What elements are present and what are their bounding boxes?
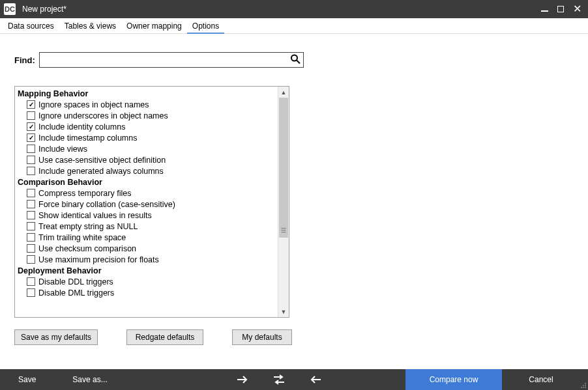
save-button[interactable]: Save — [0, 369, 54, 390]
svg-point-8 — [585, 385, 586, 386]
svg-point-7 — [583, 385, 584, 386]
checkbox[interactable] — [27, 100, 35, 109]
checkbox[interactable] — [27, 255, 35, 264]
options-panel: Mapping BehaviorIgnore spaces in object … — [14, 86, 289, 318]
search-icon[interactable] — [290, 54, 301, 66]
footer-direction-controls — [224, 374, 405, 385]
option-row[interactable]: Ignore spaces in object names — [18, 99, 278, 110]
scroll-up-icon[interactable]: ▲ — [278, 87, 289, 98]
scrollbar[interactable]: ▲ ▼ — [278, 87, 289, 317]
option-label: Include timestamp columns — [38, 133, 137, 143]
option-label: Ignore spaces in object names — [38, 100, 149, 109]
defaults-row: Save as my defaults Redgate defaults My … — [14, 329, 574, 345]
option-label: Disable DDL triggers — [38, 277, 113, 286]
scrollbar-thumb[interactable] — [279, 98, 288, 238]
checkbox[interactable] — [27, 111, 35, 120]
option-label: Force binary collation (case-sensitive) — [38, 200, 175, 209]
resize-grip-icon[interactable] — [580, 369, 588, 390]
checkbox[interactable] — [27, 288, 35, 297]
checkbox[interactable] — [27, 233, 35, 242]
option-row[interactable]: Use checksum comparison — [18, 243, 278, 254]
option-row[interactable]: Include views — [18, 143, 278, 154]
minimize-button[interactable] — [541, 10, 548, 12]
checkbox[interactable] — [27, 244, 35, 253]
option-label: Trim trailing white space — [38, 233, 126, 242]
option-row[interactable]: Include generated always columns — [18, 165, 278, 176]
option-label: Show identical values in results — [38, 211, 152, 220]
option-row[interactable]: Show identical values in results — [18, 210, 278, 221]
svg-line-1 — [297, 61, 300, 64]
direction-left-button[interactable] — [297, 376, 334, 383]
swap-direction-button[interactable] — [261, 374, 297, 385]
window-title: New project* — [22, 5, 541, 14]
svg-point-11 — [585, 387, 586, 388]
svg-point-9 — [581, 387, 582, 388]
app-icon: DC — [4, 3, 16, 15]
option-label: Disable DML triggers — [38, 288, 114, 298]
direction-right-button[interactable] — [224, 376, 261, 383]
checkbox[interactable] — [27, 277, 35, 286]
scroll-down-icon[interactable]: ▼ — [278, 306, 289, 317]
svg-point-10 — [583, 387, 584, 388]
option-row[interactable]: Force binary collation (case-sensitive) — [18, 199, 278, 210]
close-button[interactable]: ✕ — [573, 4, 581, 14]
option-row[interactable]: Use case-sensitive object definition — [18, 154, 278, 165]
tab-bar: Data sources Tables & views Owner mappin… — [0, 18, 588, 34]
option-label: Use case-sensitive object definition — [38, 156, 166, 165]
svg-point-0 — [291, 55, 297, 61]
tab-options[interactable]: Options — [187, 19, 224, 34]
tab-tables-views[interactable]: Tables & views — [59, 19, 121, 34]
cancel-button[interactable]: Cancel — [502, 369, 580, 390]
checkbox[interactable] — [27, 167, 35, 175]
option-label: Include generated always columns — [38, 167, 164, 176]
checkbox[interactable] — [27, 133, 35, 142]
option-row[interactable]: Trim trailing white space — [18, 232, 278, 243]
section-title: Comparison Behavior — [18, 176, 278, 188]
tab-data-sources[interactable]: Data sources — [3, 19, 59, 34]
option-row[interactable]: Include identity columns — [18, 121, 278, 132]
svg-point-6 — [585, 383, 586, 384]
section-title: Mapping Behavior — [18, 88, 278, 99]
option-row[interactable]: Use maximum precision for floats — [18, 254, 278, 265]
save-as-my-defaults-button[interactable]: Save as my defaults — [14, 329, 98, 345]
option-row[interactable]: Include timestamp columns — [18, 132, 278, 143]
scrollbar-grip-icon — [282, 228, 286, 232]
option-label: Include identity columns — [38, 122, 125, 132]
option-label: Treat empty string as NULL — [38, 222, 138, 231]
window-controls: ✕ — [541, 4, 584, 14]
option-row[interactable]: Disable DML triggers — [18, 287, 278, 298]
content-area: Find: Mapping BehaviorIgnore spaces in o… — [0, 34, 588, 352]
checkbox[interactable] — [27, 145, 35, 153]
search-wrap — [39, 52, 304, 68]
find-input[interactable] — [39, 52, 304, 68]
checkbox[interactable] — [27, 200, 35, 208]
checkbox[interactable] — [27, 189, 35, 197]
compare-now-button[interactable]: Compare now — [405, 369, 502, 390]
option-label: Compress temporary files — [38, 189, 131, 198]
checkbox[interactable] — [27, 211, 35, 219]
option-row[interactable]: Ignore underscores in object names — [18, 110, 278, 121]
option-label: Include views — [38, 145, 87, 154]
find-row: Find: — [14, 52, 574, 68]
save-as-button[interactable]: Save as... — [54, 369, 125, 390]
option-label: Use maximum precision for floats — [38, 255, 159, 264]
section-title: Deployment Behavior — [18, 265, 278, 276]
option-row[interactable]: Compress temporary files — [18, 188, 278, 199]
checkbox[interactable] — [27, 122, 35, 131]
footer-bar: Save Save as... Compare now Cancel — [0, 369, 588, 390]
option-row[interactable]: Treat empty string as NULL — [18, 221, 278, 232]
option-label: Use checksum comparison — [38, 244, 136, 253]
redgate-defaults-button[interactable]: Redgate defaults — [126, 329, 203, 345]
find-label: Find: — [14, 55, 35, 65]
checkbox[interactable] — [27, 156, 35, 164]
maximize-button[interactable] — [557, 6, 564, 12]
my-defaults-button[interactable]: My defaults — [232, 329, 292, 345]
options-list: Mapping BehaviorIgnore spaces in object … — [15, 87, 278, 317]
titlebar: DC New project* ✕ — [0, 0, 588, 18]
option-label: Ignore underscores in object names — [38, 111, 168, 120]
option-row[interactable]: Disable DDL triggers — [18, 276, 278, 287]
checkbox[interactable] — [27, 222, 35, 230]
tab-owner-mapping[interactable]: Owner mapping — [121, 19, 187, 34]
